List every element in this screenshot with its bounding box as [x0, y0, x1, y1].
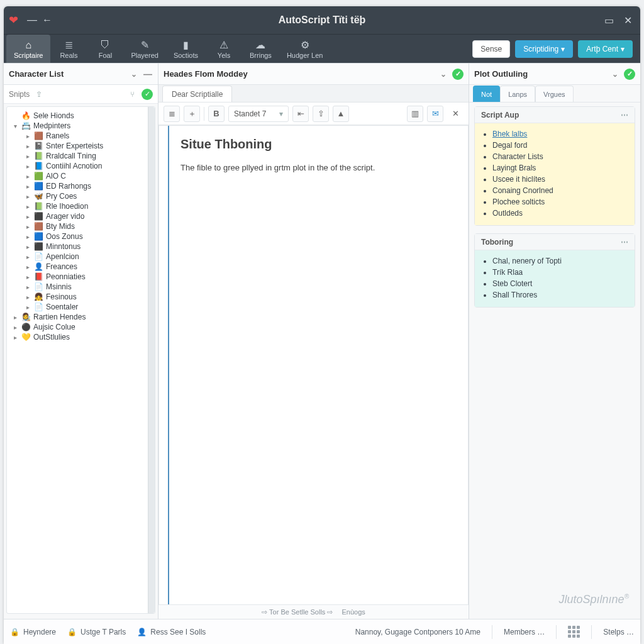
twisty-icon[interactable]: ▸: [25, 173, 31, 180]
list-item[interactable]: Shall Throres: [492, 289, 630, 301]
scripting-button[interactable]: Scriptiding▾: [515, 40, 573, 58]
tab-reals[interactable]: ≣Reals: [50, 35, 87, 63]
tab-playered[interactable]: ✎Playered: [123, 35, 165, 63]
minimize-panel-icon[interactable]: —: [143, 69, 153, 79]
list-item[interactable]: Uscee it hiclítes: [492, 174, 630, 185]
tree-node[interactable]: ▸📓Snter Experteists: [8, 141, 153, 151]
add-icon[interactable]: ＋: [184, 106, 200, 122]
tree-node[interactable]: ▸⚫Aujsic Colue: [8, 322, 153, 332]
footer-item[interactable]: 🔒Heyndere: [10, 628, 56, 636]
tab-scriptaire[interactable]: ⌂Scriptaire: [6, 35, 50, 63]
chevron-down-icon[interactable]: ⌄: [610, 70, 620, 79]
footer-item[interactable]: 🔒Ustge T Parls: [67, 628, 126, 636]
twisty-icon[interactable]: ▸: [25, 284, 31, 291]
list-item[interactable]: Degal ford: [492, 140, 630, 151]
restore-icon[interactable]: ▭: [601, 13, 616, 28]
twisty-icon[interactable]: ▸: [12, 314, 18, 321]
tree-node[interactable]: ▸🟫Ranels: [8, 131, 153, 141]
twisty-icon[interactable]: ▸: [25, 294, 31, 301]
twisty-icon[interactable]: ▸: [25, 143, 31, 150]
twisty-icon[interactable]: ▸: [25, 223, 31, 230]
footer-item[interactable]: 👤Ress See I Solls: [137, 628, 206, 636]
pin-icon[interactable]: ⇪: [33, 90, 45, 99]
twisty-icon[interactable]: ▾: [12, 123, 18, 130]
close-tab-icon[interactable]: ✕: [447, 106, 464, 122]
list-link[interactable]: Bhek lalbs: [492, 130, 527, 138]
tree-node[interactable]: ▸📗Rle Ihoedion: [8, 201, 153, 211]
tree-node[interactable]: ▾📇Medpinters: [8, 121, 153, 131]
tree-node[interactable]: ▸👤Freances: [8, 262, 153, 272]
tab-hudger[interactable]: ⚙Hudger Len: [279, 35, 331, 63]
tree-node[interactable]: 🔥Sele Hionds: [8, 111, 153, 121]
tab-brrings[interactable]: ☁Brrings: [242, 35, 279, 63]
tree-node[interactable]: ▸⬛Minntonus: [8, 242, 153, 252]
tree-node[interactable]: ▸🦋Pry Coes: [8, 191, 153, 201]
outdent-icon[interactable]: ⇤: [292, 106, 309, 122]
user-icon[interactable]: ▲: [333, 106, 349, 122]
right-tab-vrgues[interactable]: Vrgues: [535, 86, 573, 102]
twisty-icon[interactable]: ▸: [12, 324, 18, 331]
ok-status-icon[interactable]: ✓: [452, 69, 464, 80]
list-item[interactable]: Outldeds: [492, 208, 630, 219]
upload-icon[interactable]: ⇧: [313, 106, 329, 122]
tree-node[interactable]: ▸👩‍🎨Rartien Hendes: [8, 312, 153, 322]
close-icon[interactable]: ✕: [620, 13, 635, 28]
tab-foal[interactable]: ⛉Foal: [87, 35, 123, 63]
tree-node[interactable]: ▸📄Soentaler: [8, 302, 153, 312]
twisty-icon[interactable]: ▸: [25, 233, 31, 240]
tree-node[interactable]: ▸📕Peonniaties: [8, 272, 153, 282]
twisty-icon[interactable]: ▸: [25, 264, 31, 270]
list-item[interactable]: Character Lists: [492, 151, 630, 162]
chevron-down-icon[interactable]: ⌄: [438, 70, 448, 79]
tree-node[interactable]: ▸📘Contiihl Acnotion: [8, 161, 153, 171]
tree-node[interactable]: ▸🟦ED Rarhongs: [8, 181, 153, 191]
list-item[interactable]: Layingt Brals: [492, 162, 630, 174]
chevron-down-icon[interactable]: ⌄: [129, 70, 139, 79]
arlg-button[interactable]: Artþ Cent▾: [578, 40, 633, 58]
tab-yels[interactable]: ⚠Yels: [206, 35, 242, 63]
list-item[interactable]: Bhek lalbs: [492, 128, 630, 140]
twisty-icon[interactable]: ▸: [25, 133, 31, 140]
tree-node[interactable]: ▸🟫Bty Mids: [8, 221, 153, 231]
twisty-icon[interactable]: ▸: [25, 253, 31, 260]
list-item[interactable]: Steb Clotert: [492, 278, 630, 289]
right-tab-not[interactable]: Not: [473, 86, 500, 102]
tree-node[interactable]: ▸📗Rraldcall Tning: [8, 151, 153, 161]
twisty-icon[interactable]: ▸: [12, 334, 18, 341]
ok-status-icon[interactable]: ✓: [142, 89, 153, 100]
tree-node[interactable]: ▸📄Apenlcion: [8, 252, 153, 262]
footer-members[interactable]: Members …: [504, 628, 545, 636]
tree-node[interactable]: ▸🟦Oos Zonus: [8, 231, 153, 242]
twisty-icon[interactable]: ▸: [25, 274, 31, 280]
sense-button[interactable]: Sense: [472, 40, 510, 58]
twisty-icon[interactable]: ▸: [25, 243, 31, 250]
tree-node[interactable]: ▸👧Fesinous: [8, 292, 153, 302]
bold-icon[interactable]: B: [208, 106, 225, 122]
list-item[interactable]: Conaing Cnorlned: [492, 185, 630, 196]
ok-status-icon[interactable]: ✓: [624, 69, 635, 80]
list-item[interactable]: Trík Rlaa: [492, 267, 630, 278]
layout-icon[interactable]: ▥: [407, 106, 423, 122]
footer-steps[interactable]: Stelps …: [603, 628, 634, 636]
tree-node[interactable]: ▸🟩AlO C: [8, 171, 153, 181]
style-select[interactable]: Standet 7▾: [228, 106, 289, 122]
twisty-icon[interactable]: ▸: [25, 203, 31, 210]
minimize-icon[interactable]: ―: [25, 13, 40, 28]
list-item[interactable]: Plochee solticts: [492, 196, 630, 208]
tree-node[interactable]: ▸⬛Arager vido: [8, 211, 153, 221]
twisty-icon[interactable]: ▸: [25, 183, 31, 190]
filter-icon[interactable]: ⑂: [126, 90, 138, 99]
list-item[interactable]: Chal, nenery of Topti: [492, 255, 630, 267]
right-tab-lanps[interactable]: Lanps: [500, 86, 535, 102]
tab-soctiots[interactable]: ▮Soctiots: [166, 35, 206, 63]
collapse-icon[interactable]: ⋯: [621, 111, 628, 119]
back-icon[interactable]: ←: [40, 13, 55, 28]
twisty-icon[interactable]: ▸: [25, 153, 31, 160]
tree-node[interactable]: ▸📄Msinnis: [8, 282, 153, 292]
editor-tab[interactable]: Dear Scriptialle: [162, 86, 232, 102]
tree-node[interactable]: ▸💛OutStlulies: [8, 332, 153, 342]
twisty-icon[interactable]: ▸: [25, 193, 31, 200]
character-tree[interactable]: 🔥Sele Hionds▾📇Medpinters▸🟫Ranels▸📓Snter …: [6, 106, 155, 614]
editor-canvas[interactable]: Situe Thboning The fible to gree pllyed …: [158, 125, 469, 605]
twisty-icon[interactable]: ▸: [25, 304, 31, 311]
